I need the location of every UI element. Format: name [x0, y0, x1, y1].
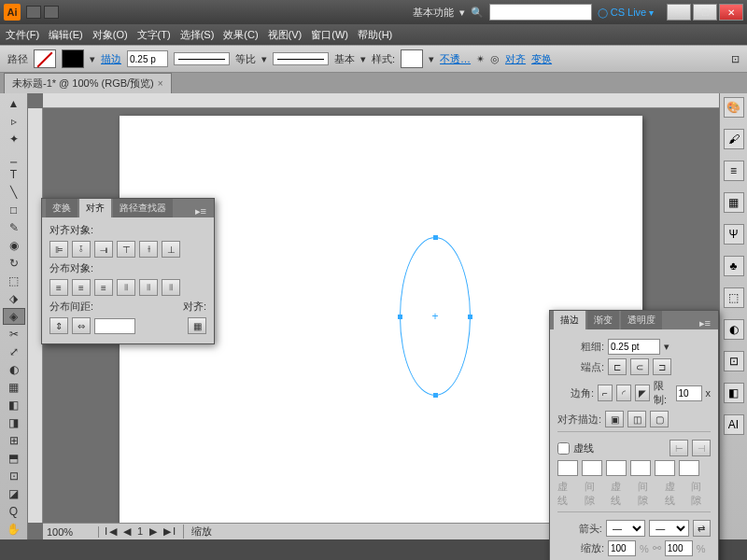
align-stroke-outside-button[interactable]: ▢	[650, 411, 669, 427]
tab-align[interactable]: 对齐	[79, 199, 111, 217]
dock-icon-brushes[interactable]: 🖌	[724, 129, 744, 149]
arrow-end-select[interactable]: —	[649, 520, 688, 537]
tool-blob[interactable]: ◉	[3, 237, 25, 254]
fill-swatch[interactable]	[34, 49, 56, 68]
anchor-point[interactable]	[398, 315, 402, 319]
opacity-link[interactable]: 不透…	[440, 52, 471, 66]
distribute-bottom-button[interactable]: ≡	[94, 279, 113, 296]
miter-limit-input[interactable]	[676, 385, 702, 401]
align-right-button[interactable]: ⫣	[94, 241, 113, 258]
menu-window[interactable]: 窗口(W)	[311, 28, 348, 42]
menu-help[interactable]: 帮助(H)	[358, 28, 392, 42]
tool-type[interactable]: T	[3, 166, 25, 183]
tool-zoom[interactable]: Q	[3, 503, 25, 520]
distribute-right-button[interactable]: ⦀	[162, 279, 180, 296]
anchor-point[interactable]	[433, 393, 438, 398]
menu-view[interactable]: 视图(V)	[268, 28, 303, 42]
titlebar-button[interactable]	[26, 6, 41, 19]
tool-free-transform[interactable]: ⤢	[3, 343, 25, 360]
stroke-swatch[interactable]	[62, 49, 84, 68]
corner-bevel-button[interactable]: ◤	[635, 385, 650, 401]
dock-icon-graphic-styles[interactable]: ♣	[724, 256, 744, 276]
zoom-level[interactable]: 100%	[43, 526, 99, 538]
corner-round-button[interactable]: ◜	[616, 385, 631, 401]
tool-rectangle[interactable]: □	[3, 202, 25, 218]
tool-scale[interactable]: ⬚	[3, 273, 25, 289]
tool-rotate[interactable]: ↻	[3, 255, 25, 272]
tool-line[interactable]: ╲	[3, 184, 25, 201]
stroke-link[interactable]: 描边	[101, 52, 121, 66]
distribute-hspacing-button[interactable]: ⇔	[72, 317, 91, 334]
tab-transparency[interactable]: 透明度	[621, 311, 662, 329]
search-input[interactable]	[489, 4, 592, 21]
transform-link[interactable]: 变换	[531, 52, 552, 66]
dock-icon-layers[interactable]: ◧	[724, 383, 744, 403]
dock-icon-transparency[interactable]: ◐	[724, 319, 744, 340]
tab-transform[interactable]: 变换	[46, 199, 78, 217]
distribute-top-button[interactable]: ≡	[49, 279, 68, 296]
tool-direct-select[interactable]: ▹	[3, 113, 25, 130]
panel-menu-icon[interactable]: ▸≡	[191, 205, 210, 217]
maximize-button[interactable]: ☐	[693, 4, 717, 21]
distribute-vspacing-button[interactable]: ⇕	[49, 317, 68, 334]
titlebar-button[interactable]	[44, 6, 59, 19]
chevron-down-icon[interactable]: ▾	[664, 341, 669, 353]
dock-icon-symbols[interactable]: Ψ	[724, 224, 744, 245]
dock-icon-appearance[interactable]: ⬚	[724, 287, 744, 308]
tool-selection[interactable]: ▲	[3, 95, 25, 112]
tool-scissors[interactable]: ✂	[3, 326, 25, 343]
align-panel[interactable]: 变换 对齐 路径查找器 ▸≡ 对齐对象: ⊫ ⫱ ⫣ ⊤ ⫲ ⊥ 分布对象: ≡…	[41, 198, 215, 344]
arrow-start-select[interactable]: —	[606, 520, 645, 537]
tool-perspective[interactable]: ◪	[3, 485, 25, 502]
minimize-button[interactable]: ─	[667, 4, 691, 21]
cs-live-button[interactable]: ◯ CS Live ▾	[598, 7, 654, 18]
distribute-vcenter-button[interactable]: ≡	[72, 279, 91, 296]
cap-butt-button[interactable]: ⊏	[608, 358, 627, 375]
tab-pathfinder[interactable]: 路径查找器	[113, 199, 173, 217]
anchor-point[interactable]	[433, 235, 438, 240]
spacing-input[interactable]	[94, 318, 135, 334]
globe-icon[interactable]: ◎	[490, 53, 500, 65]
dock-icon-stroke[interactable]: ≡	[724, 161, 744, 181]
dock-icon-swatches[interactable]: ▦	[724, 192, 744, 213]
align-link[interactable]: 对齐	[505, 52, 526, 66]
workspace-switcher[interactable]: 基本功能	[413, 6, 454, 20]
align-stroke-center-button[interactable]: ▣	[605, 411, 624, 427]
tool-width[interactable]: ⬗	[3, 290, 25, 307]
recolor-icon[interactable]: ✴	[476, 53, 485, 65]
align-hcenter-button[interactable]: ⫱	[72, 241, 91, 258]
tool-pen[interactable]: ⎯	[3, 148, 25, 165]
tool-magic-wand[interactable]: ✦	[3, 131, 25, 147]
tool-eyedropper[interactable]: ◧	[3, 397, 25, 413]
cap-square-button[interactable]: ⊐	[653, 358, 671, 375]
brush-preview[interactable]	[273, 52, 329, 65]
tool-artboard[interactable]: ⬒	[3, 450, 25, 467]
dashed-checkbox[interactable]	[557, 442, 570, 455]
tab-close-icon[interactable]: ×	[158, 78, 163, 89]
dock-icon-character[interactable]: AI	[724, 414, 744, 435]
menu-select[interactable]: 选择(S)	[180, 28, 215, 42]
distribute-left-button[interactable]: ⦀	[117, 279, 135, 296]
tab-stroke[interactable]: 描边	[554, 311, 585, 329]
stroke-weight-input[interactable]	[127, 50, 168, 67]
align-left-button[interactable]: ⊫	[49, 241, 68, 258]
tool-blend[interactable]: ◨	[3, 414, 25, 431]
align-vcenter-button[interactable]: ⫲	[139, 241, 158, 258]
menu-object[interactable]: 对象(O)	[92, 28, 128, 42]
dock-icon-color[interactable]: 🎨	[724, 97, 744, 118]
menu-file[interactable]: 文件(F)	[6, 28, 39, 42]
stroke-panel[interactable]: 描边 渐变 透明度 ▸≡ 粗细: ▾ 端点: ⊏ ⊂ ⊐ 边角: ⌐ ◜ ◤ 限	[549, 310, 719, 560]
style-swatch[interactable]	[401, 49, 423, 68]
dock-icon-gradient[interactable]: ⊡	[724, 351, 744, 371]
ruler-horizontal[interactable]	[43, 93, 719, 108]
menu-edit[interactable]: 编辑(E)	[49, 28, 83, 42]
swap-arrows-button[interactable]: ⇄	[693, 520, 711, 537]
tool-mesh[interactable]: ▦	[3, 379, 25, 396]
artboard-nav[interactable]: Ⅰ◀ ◀ 1 ▶ ▶Ⅰ	[99, 525, 183, 538]
anchor-point[interactable]	[468, 315, 472, 319]
tool-symbol[interactable]: ⊞	[3, 432, 25, 449]
align-top-button[interactable]: ⊤	[117, 241, 135, 258]
stroke-weight-input[interactable]	[608, 339, 660, 355]
menu-type[interactable]: 文字(T)	[137, 28, 171, 42]
align-stroke-inside-button[interactable]: ◫	[627, 411, 646, 427]
